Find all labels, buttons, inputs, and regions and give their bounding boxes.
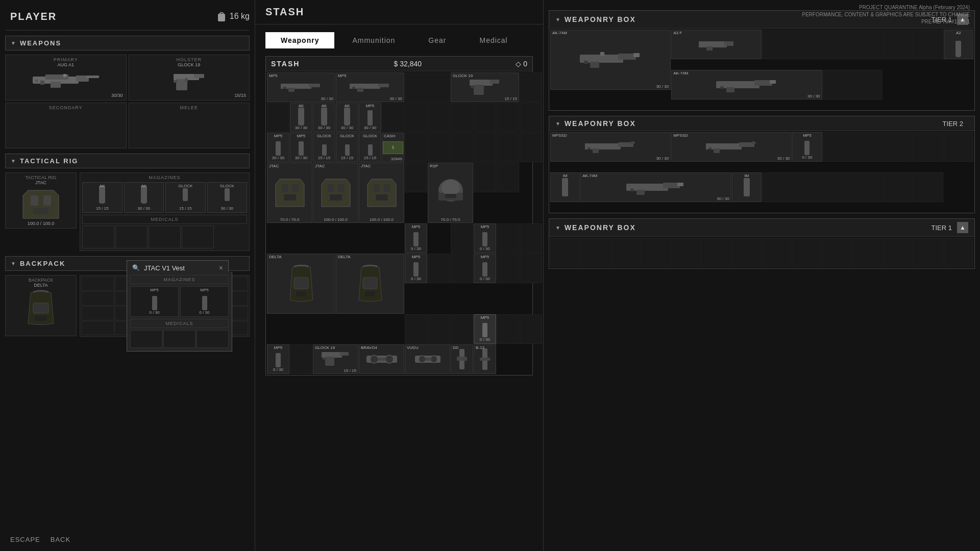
- mag-slot-2[interactable]: GLOCK 15 / 15: [165, 182, 206, 213]
- stash-mp5-mag-highlighted[interactable]: MP5 0 / 30: [474, 314, 496, 344]
- tab-ammunition[interactable]: Ammunition: [337, 32, 410, 48]
- box-collapse-icon-3[interactable]: ▼: [555, 225, 560, 231]
- melee-slot[interactable]: MELEE: [129, 103, 250, 148]
- stash-bravo4[interactable]: BRAVO4: [359, 344, 404, 374]
- stash-empty-3[interactable]: [267, 103, 289, 132]
- stash-rsp-helmet[interactable]: RSP 70.0 / 70.0: [428, 163, 473, 223]
- stash-item-mp5-1[interactable]: MP5 30 / 30: [267, 72, 335, 102]
- stash-empty-8[interactable]: [474, 103, 496, 132]
- box3-empty-2[interactable]: [580, 238, 610, 267]
- box-ak74m-1[interactable]: AK-74M 30 / 30: [550, 30, 671, 90]
- medical-slot-1[interactable]: [115, 226, 148, 248]
- stash-mp5-mag-r5-2[interactable]: MP5 0 / 30: [474, 223, 496, 253]
- primary-slot[interactable]: PRIMARY AUG A1 30/30: [5, 55, 127, 101]
- box3-empty-3[interactable]: [611, 238, 641, 267]
- box-empty-3[interactable]: [913, 30, 943, 59]
- stash-mp5-mag-r5[interactable]: MP5 0 / 30: [405, 223, 427, 253]
- backpack-cell[interactable]: [81, 321, 114, 335]
- stash-empty-4[interactable]: [382, 103, 404, 132]
- backpack-cell[interactable]: [81, 277, 114, 291]
- tooltip-medical-slot-0[interactable]: [130, 330, 162, 348]
- stash-glock-mag-2[interactable]: GLOCK 15 / 15: [336, 133, 358, 162]
- box3-empty-7[interactable]: [732, 238, 762, 267]
- stash-glock19-r8[interactable]: GLOCK 19 15 / 15: [313, 344, 358, 374]
- stash-dd[interactable]: DD: [451, 344, 473, 374]
- stash-mp5-mag-r6[interactable]: MP5 0 / 30: [405, 254, 427, 283]
- stash-item-glock-1[interactable]: GLOCK 19 15 / 15: [451, 72, 519, 102]
- stash-empty-17[interactable]: [405, 163, 427, 192]
- box-empty-4[interactable]: [823, 70, 883, 99]
- stash-empty-16[interactable]: [520, 133, 542, 162]
- stash-delta-backpack-1[interactable]: DELTA: [267, 254, 335, 314]
- stash-empty-29[interactable]: [451, 314, 473, 344]
- box-empty-5[interactable]: [823, 132, 913, 162]
- stash-mp5-mag-r6-2[interactable]: MP5 0 / 30: [474, 254, 496, 283]
- backpack-cell[interactable]: [81, 291, 114, 306]
- stash-jtac-vest-2[interactable]: JTAC 100.0 / 100.0: [313, 163, 358, 223]
- tooltip-medical-slot-1[interactable]: [163, 330, 195, 348]
- box3-empty-11[interactable]: [853, 238, 883, 267]
- stash-empty-11[interactable]: [405, 133, 427, 162]
- stash-empty-2[interactable]: [520, 72, 542, 102]
- box-mpssd-1[interactable]: MPSSD 30 / 30: [550, 132, 671, 162]
- stash-glock-mag-1[interactable]: GLOCK 15 / 15: [313, 133, 335, 162]
- box3-empty-4[interactable]: [641, 238, 671, 267]
- box3-empty-1[interactable]: [550, 238, 580, 267]
- box-mp5-mag[interactable]: MP5 0 / 30: [792, 132, 822, 162]
- backpack-slot[interactable]: BACKPACK DELTA: [5, 275, 77, 336]
- tooltip-mag-slot-1[interactable]: MP5 0 / 30: [180, 286, 229, 317]
- stash-b13[interactable]: B-13: [474, 344, 496, 374]
- stash-empty-6[interactable]: [428, 103, 450, 132]
- medical-slot-0[interactable]: [82, 226, 114, 248]
- mag-slot-0[interactable]: AK 15 / 15: [82, 182, 122, 213]
- tab-gear[interactable]: Gear: [413, 32, 461, 48]
- tab-medical[interactable]: Medical: [464, 32, 523, 48]
- stash-ak-mag-3[interactable]: AK 30 / 30: [336, 103, 358, 132]
- mag-slot-1[interactable]: AK 30 / 30: [124, 182, 164, 213]
- mag-slot-3[interactable]: GLOCK 30 / 30: [207, 182, 248, 213]
- stash-delta-backpack-2[interactable]: DELTA: [336, 254, 404, 314]
- box3-empty-5[interactable]: [671, 238, 701, 267]
- stash-empty-1[interactable]: [405, 72, 450, 102]
- stash-ak-mag-1[interactable]: AK 30 / 30: [290, 103, 312, 132]
- stash-empty-5[interactable]: [405, 103, 427, 132]
- rig-collapse-icon[interactable]: ▼: [11, 158, 16, 164]
- stash-mp5-mag-2[interactable]: MP5 30 / 30: [267, 133, 289, 162]
- box-ak74m-3[interactable]: AK-74M 30 / 30: [580, 172, 731, 202]
- box3-empty-9[interactable]: [792, 238, 822, 267]
- box-a3f[interactable]: A3 F: [671, 30, 762, 59]
- tier-up-arrow-3[interactable]: ▲: [957, 222, 968, 233]
- box-empty-9[interactable]: [883, 172, 913, 202]
- box-empty-7[interactable]: [944, 132, 973, 162]
- box-collapse-icon-2[interactable]: ▼: [555, 121, 560, 127]
- tab-weaponry[interactable]: Weaponry: [265, 32, 334, 48]
- stash-empty-10[interactable]: [520, 103, 542, 132]
- box-empty-2[interactable]: [883, 30, 913, 59]
- box-ak74m-2[interactable]: AK-74M 30 / 30: [671, 70, 822, 99]
- tooltip-mag-slot-0[interactable]: MP5 0 / 30: [130, 286, 179, 317]
- box-empty-6[interactable]: [913, 132, 943, 162]
- box-im-2[interactable]: IM: [732, 172, 762, 202]
- stash-empty-25[interactable]: [497, 254, 519, 283]
- stash-glock-mag-3[interactable]: GLOCK 15 / 15: [359, 133, 381, 162]
- stash-vudu[interactable]: VUDU: [405, 344, 450, 374]
- stash-empty-15[interactable]: [497, 133, 519, 162]
- box-empty-8[interactable]: [762, 172, 883, 202]
- stash-empty-32[interactable]: [290, 344, 312, 374]
- medical-slot-2[interactable]: [149, 226, 181, 248]
- stash-item-mp5-2[interactable]: MP5 30 / 30: [336, 72, 404, 102]
- escape-button[interactable]: ESCAPE: [10, 536, 40, 543]
- stash-empty-31[interactable]: [520, 314, 542, 344]
- box-a2[interactable]: A2: [944, 30, 973, 59]
- rig-slot[interactable]: TACTICAL RIG JTAC 100.0 / 100.0: [5, 172, 77, 229]
- box-collapse-icon-1[interactable]: ▼: [555, 17, 560, 22]
- stash-mp5-mag-3[interactable]: MP5 30 / 30: [290, 133, 312, 162]
- stash-empty-26[interactable]: [520, 254, 542, 283]
- box3-empty-12[interactable]: [883, 238, 913, 267]
- box-empty-1[interactable]: [762, 30, 883, 59]
- tooltip-close-button[interactable]: ×: [219, 264, 223, 272]
- stash-empty-22[interactable]: [520, 223, 542, 253]
- stash-mp5-mag-1[interactable]: MP5 30 / 30: [359, 103, 381, 132]
- stash-empty-14[interactable]: [474, 133, 496, 162]
- stash-empty-27[interactable]: [405, 314, 427, 344]
